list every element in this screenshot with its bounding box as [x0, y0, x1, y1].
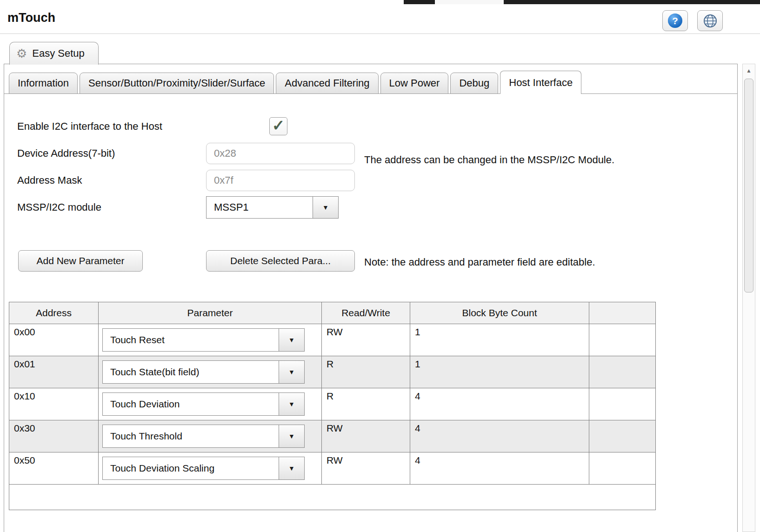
chevron-down-icon: ▼: [288, 432, 295, 440]
globe-button[interactable]: [697, 10, 723, 31]
device-address-input[interactable]: [206, 143, 355, 164]
mssp-module-select[interactable]: MSSP1 ▼: [206, 196, 339, 219]
header-address: Address: [9, 302, 99, 324]
address-cell[interactable]: 0x30: [9, 420, 99, 452]
block-byte-count-cell: 4: [410, 388, 589, 420]
parameter-cell: Touch Threshold ▼: [99, 420, 322, 452]
tab-easy-setup[interactable]: ⚙ Easy Setup: [9, 42, 99, 65]
check-icon: ✓: [272, 118, 285, 133]
header-block-byte-count: Block Byte Count: [410, 302, 589, 324]
address-cell[interactable]: 0x01: [9, 356, 99, 388]
parameter-select[interactable]: Touch Threshold ▼: [102, 425, 321, 448]
help-button[interactable]: ?: [662, 10, 688, 31]
tab-host-interface[interactable]: Host Interface: [500, 71, 581, 94]
mssp-module-value: MSSP1: [206, 196, 313, 219]
parameter-value: Touch Deviation: [102, 392, 279, 416]
add-parameter-button[interactable]: Add New Parameter: [18, 250, 143, 272]
vertical-scrollbar[interactable]: ▲: [742, 64, 755, 532]
mssp-module-label: MSSP/I2C module: [17, 201, 101, 213]
read-write-cell: R: [322, 388, 410, 420]
table-row: 0x30 Touch Threshold ▼ RW 4: [9, 420, 655, 452]
parameter-value: Touch State(bit field): [102, 360, 279, 384]
parameter-cell: Touch Reset ▼: [99, 324, 322, 356]
address-mask-input[interactable]: [206, 170, 355, 191]
globe-icon: [703, 13, 718, 28]
scrollbar-thumb[interactable]: [744, 79, 753, 293]
parameter-cell: Touch Deviation ▼: [99, 388, 322, 420]
tab-information[interactable]: Information: [9, 73, 78, 94]
address-mask-label: Address Mask: [17, 174, 82, 186]
help-icon: ?: [668, 13, 682, 28]
tab-debug[interactable]: Debug: [450, 73, 498, 94]
editable-fields-note: Note: the address and parameter field ar…: [364, 254, 595, 270]
scroll-up-icon[interactable]: ▲: [743, 64, 755, 77]
parameter-dropdown-button[interactable]: ▼: [279, 328, 305, 352]
block-byte-count-cell: 4: [410, 452, 589, 484]
chevron-down-icon: ▼: [288, 336, 295, 344]
parameter-dropdown-button[interactable]: ▼: [279, 392, 305, 416]
header-extra: [589, 302, 655, 324]
block-byte-count-cell: 4: [410, 420, 589, 452]
chevron-down-icon: ▼: [322, 204, 329, 211]
extra-cell: [589, 356, 655, 388]
parameter-select[interactable]: Touch Reset ▼: [102, 328, 321, 352]
block-byte-count-cell: 1: [410, 356, 589, 388]
table-row: 0x01 Touch State(bit field) ▼ R 1: [9, 356, 655, 388]
address-cell[interactable]: 0x00: [9, 324, 99, 356]
header-read-write: Read/Write: [322, 302, 410, 324]
page-title: mTouch: [7, 11, 55, 25]
mssp-module-dropdown-button[interactable]: ▼: [313, 196, 339, 219]
parameter-cell: Touch Deviation Scaling ▼: [99, 452, 322, 484]
parameter-value: Touch Deviation Scaling: [102, 457, 279, 480]
address-cell[interactable]: 0x10: [9, 388, 99, 420]
header-parameter: Parameter: [99, 302, 322, 324]
easy-setup-label: Easy Setup: [32, 47, 85, 60]
parameter-select[interactable]: Touch Deviation ▼: [102, 392, 321, 416]
extra-cell: [589, 388, 655, 420]
parameter-dropdown-button[interactable]: ▼: [279, 360, 305, 384]
extra-cell: [589, 420, 655, 452]
address-cell[interactable]: 0x50: [9, 452, 99, 484]
read-write-cell: RW: [322, 452, 410, 484]
parameter-dropdown-button[interactable]: ▼: [279, 425, 305, 448]
chevron-down-icon: ▼: [288, 368, 295, 376]
delete-parameter-button[interactable]: Delete Selected Para...: [206, 250, 355, 272]
read-write-cell: R: [322, 356, 410, 388]
enable-i2c-checkbox[interactable]: ✓: [269, 117, 287, 135]
chevron-down-icon: ▼: [288, 465, 295, 472]
device-address-label: Device Address(7-bit): [17, 147, 115, 160]
parameter-select[interactable]: Touch State(bit field) ▼: [102, 360, 321, 384]
chevron-down-icon: ▼: [288, 400, 295, 408]
table-row: 0x10 Touch Deviation ▼ R 4: [9, 388, 655, 420]
extra-cell: [589, 452, 655, 484]
table-header-row: Address Parameter Read/Write Block Byte …: [9, 302, 655, 324]
enable-i2c-label: Enable I2C interface to the Host: [17, 120, 162, 133]
easy-setup-panel: Information Sensor/Button/Proximity/Slid…: [4, 64, 738, 532]
gear-icon: ⚙: [16, 47, 27, 60]
parameter-value: Touch Reset: [102, 328, 279, 352]
tab-bar: Information Sensor/Button/Proximity/Slid…: [9, 71, 583, 94]
editor-active-tab-strip: [435, 0, 504, 4]
table-row: 0x50 Touch Deviation Scaling ▼ RW 4: [9, 452, 655, 485]
titlebar: mTouch ?: [0, 4, 760, 34]
block-byte-count-cell: 1: [410, 324, 589, 356]
read-write-cell: RW: [322, 324, 410, 356]
parameter-dropdown-button[interactable]: ▼: [279, 457, 305, 480]
tab-advanced-filtering[interactable]: Advanced Filtering: [276, 73, 378, 94]
parameter-cell: Touch State(bit field) ▼: [99, 356, 322, 388]
mtouch-pane: mTouch ? ⚙ Easy Setup Information Sensor…: [0, 0, 760, 532]
read-write-cell: RW: [322, 420, 410, 452]
extra-cell: [589, 324, 655, 356]
tab-sensor-button-proximity-slider-surface[interactable]: Sensor/Button/Proximity/Slider/Surface: [80, 73, 274, 94]
table-row: 0x00 Touch Reset ▼ RW 1: [9, 324, 655, 356]
tab-low-power[interactable]: Low Power: [380, 73, 449, 94]
parameter-select[interactable]: Touch Deviation Scaling ▼: [102, 457, 321, 480]
address-change-hint: The address can be changed in the MSSP/I…: [364, 152, 618, 167]
parameter-value: Touch Threshold: [102, 425, 279, 448]
parameter-table: Address Parameter Read/Write Block Byte …: [9, 302, 656, 510]
